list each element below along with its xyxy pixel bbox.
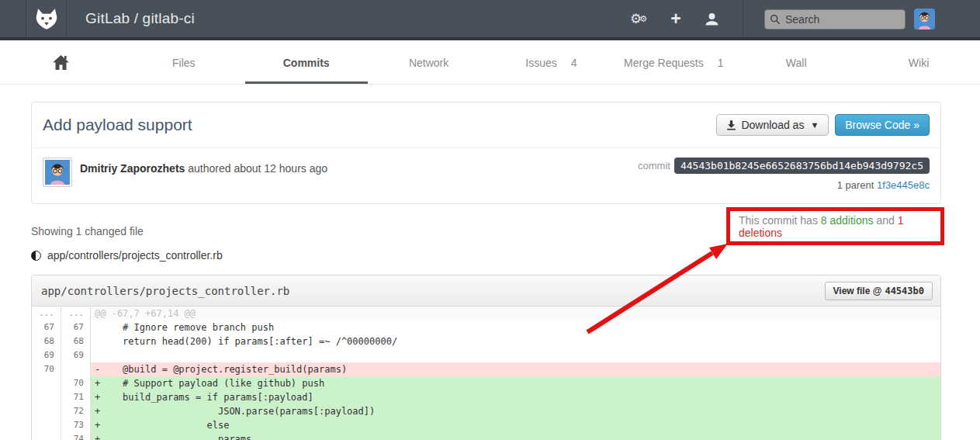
diff-line-code [91,348,940,362]
diff-old-line-number[interactable] [32,376,61,390]
diff-new-line-number[interactable]: 67 [61,320,91,334]
diff-new-line-number[interactable]: 74 [61,432,91,440]
home-icon [53,55,69,70]
user-icon [705,12,719,26]
new-project-plus-icon[interactable]: + [670,10,680,28]
commit-sha-badge: 44543b01b8245e6652683756bd14eb943d9792c5 [674,158,930,174]
diff-old-line-number[interactable] [32,418,61,432]
download-as-button[interactable]: Download as ▼ [716,114,829,136]
diff-old-line-number[interactable] [32,404,61,418]
diff-line: ......@@ -67,7 +67,14 @@ [32,307,940,320]
view-file-label: View file @ [833,286,882,296]
parent-sha-link[interactable]: 1f3e445e8c [877,179,930,191]
tab-wiki[interactable]: Wiki [857,43,980,84]
tab-label: Network [409,57,448,69]
author-name: Dmitriy Zaporozhets [80,162,185,175]
top-navbar: GitLab / gitlab-ci ⚙⚙ + [0,0,980,40]
download-icon [726,120,736,130]
changed-file-link[interactable]: app/controllers/projects_controller.rb [47,249,223,262]
diff-new-line-number[interactable]: 70 [61,376,91,390]
navbar-divider [743,0,743,37]
tab-label: Wiki [909,57,929,69]
download-as-label: Download as [741,119,804,131]
tab-count-badge: 1 [718,57,724,69]
small-cog-icon: ⚙ [639,15,647,23]
diff-line: 6767 # Ignore remove branch push [32,320,940,334]
diff-line-code: + else [91,418,940,432]
navbar-search [764,9,906,29]
parent-label: 1 parent [837,179,877,191]
diff-line: 71+ build_params = if params[:payload] [32,390,940,404]
tab-label: Merge Requests [624,57,704,69]
tab-home[interactable] [0,43,123,84]
diff-new-line-number[interactable]: 69 [61,348,91,362]
authored-text: authored about 12 hours ago [185,162,327,175]
browse-code-button[interactable]: Browse Code » [835,114,930,136]
diff-line-code: + JSON.parse(params[:payload]) [91,404,940,418]
tanuki-logo-icon [35,8,58,30]
diff-file-path: app/controllers/projects_controller.rb [41,285,289,297]
tab-label: Wall [786,57,807,69]
diff-old-line-number[interactable]: 69 [32,348,61,362]
diff-box: app/controllers/projects_controller.rb V… [31,275,941,440]
diff-line-code: @@ -67,7 +67,14 @@ [91,307,940,320]
diff-line: 70+ # Support payload (like github) push [32,376,940,390]
tab-network[interactable]: Network [368,43,490,84]
commit-box: Add payload support Download as ▼ Browse… [31,102,941,204]
diff-line-code: # Ignore remove branch push [91,320,940,334]
annotation-highlight-box: This commit has 8 additions and 1 deleti… [726,207,944,245]
search-icon [770,14,781,25]
tab-files[interactable]: Files [123,43,245,84]
tab-label: Files [172,57,196,69]
tab-label: Issues [525,57,556,69]
view-file-sha: 44543b0 [885,286,924,296]
diff-table-body: ......@@ -67,7 +67,14 @@6767 # Ignore re… [32,307,940,440]
profile-user-icon[interactable] [705,12,719,26]
diff-new-line-number[interactable]: 72 [61,404,91,418]
diff-line-code: + build_params = if params[:payload] [91,390,940,404]
tab-wall[interactable]: Wall [735,43,857,84]
commit-label: commit [638,160,670,171]
diff-line-code: return head(200) if params[:after] =~ /^… [91,334,940,348]
authored-line: Dmitriy Zaporozhets authored about 12 ho… [80,162,327,175]
search-input[interactable] [764,9,906,29]
navbar-user-avatar[interactable] [914,9,935,29]
tab-commits[interactable]: Commits [245,43,368,84]
commit-header: Add payload support Download as ▼ Browse… [32,102,940,147]
diff-old-line-number[interactable]: 70 [32,362,61,376]
diff-line-code: + # Support payload (like github) push [91,376,940,390]
diff-line-code: - @build = @project.register_build(param… [91,362,940,376]
tab-merge-requests[interactable]: Merge Requests1 [612,43,735,84]
diff-old-line-number[interactable]: 67 [32,320,61,334]
gitlab-logo[interactable] [26,0,67,37]
commit-meta: Dmitriy Zaporozhets authored about 12 ho… [32,147,940,203]
diff-new-line-number[interactable] [61,362,91,376]
admin-cogs-icon[interactable]: ⚙⚙ [630,12,647,26]
diff-line-code: + params [91,432,940,440]
diff-new-line-number[interactable]: 73 [61,418,91,432]
project-breadcrumb[interactable]: GitLab / gitlab-ci [85,0,195,37]
diff-new-line-number[interactable]: 71 [61,390,91,404]
diff-line: 74+ params [32,432,940,440]
parent-line: 1 parent 1f3e445e8c [638,179,930,191]
commit-stats-text: This commit has 8 additions and 1 deleti… [739,214,940,239]
diff-line: 70- @build = @project.register_build(par… [32,362,940,376]
tab-issues[interactable]: Issues4 [490,43,613,84]
additions-count: 8 additions [821,214,874,227]
author-avatar[interactable] [43,158,72,187]
diff-old-line-number[interactable] [32,390,61,404]
view-file-button[interactable]: View file @ 44543b0 [825,282,933,300]
tab-count-badge: 4 [571,57,577,69]
avatar-image [914,9,935,29]
tab-label: Commits [283,57,330,69]
diff-old-line-number[interactable] [32,432,61,440]
project-tabs: FilesCommitsNetworkIssues4Merge Requests… [0,43,980,85]
diff-old-line-number[interactable]: ... [32,307,61,320]
main-content: Add payload support Download as ▼ Browse… [31,102,941,440]
diff-line: 6868 return head(200) if params[:after] … [32,334,940,348]
caret-down-icon: ▼ [810,120,819,130]
diff-old-line-number[interactable]: 68 [32,334,61,348]
diff-new-line-number[interactable]: ... [61,307,91,320]
diff-new-line-number[interactable]: 68 [61,334,91,348]
navbar-actions: ⚙⚙ + [630,0,719,37]
